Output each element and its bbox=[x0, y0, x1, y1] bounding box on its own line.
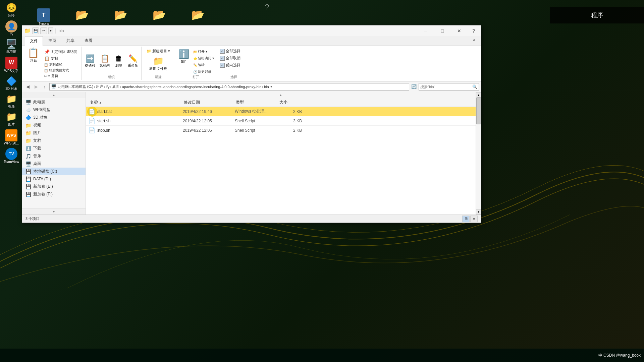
sidebar-item-wps-cloud[interactable]: ☁️ WPS网盘 bbox=[22, 106, 86, 114]
address-segment-1[interactable]: 此电脑 bbox=[58, 84, 69, 89]
desktop-icon-headache[interactable]: 😣 头疼 bbox=[1, 1, 22, 19]
sidebar-item-local-c[interactable]: 💾 本地磁盘 (C:) bbox=[22, 168, 86, 175]
nav-back-button[interactable]: ◀ bbox=[24, 83, 32, 90]
nav-up-button[interactable]: ↑ bbox=[41, 83, 48, 90]
qa-dropdown-btn[interactable]: ▾ bbox=[48, 27, 53, 34]
properties-button[interactable]: ℹ️ 属性 bbox=[176, 48, 191, 65]
address-segment-4[interactable]: lfy bbox=[106, 85, 109, 89]
desktop-icon-wps2[interactable]: WPS WPS 20... bbox=[1, 128, 22, 146]
file-icon-stopsh: 📄 bbox=[89, 127, 95, 133]
minimize-button[interactable]: ─ bbox=[418, 26, 433, 36]
vscrollbar-thumb[interactable] bbox=[476, 98, 481, 124]
invert-selection-button[interactable]: ✓ 反向选择 bbox=[218, 62, 242, 68]
move-to-button[interactable]: ➡️ 移动到 bbox=[83, 53, 97, 69]
file-row-stopsh[interactable]: 📄 stop.sh 2019/4/22 12:05 Shell Script 2… bbox=[86, 126, 476, 135]
file-icon-startbat: 📄 bbox=[89, 108, 95, 115]
desktop-icon-video[interactable]: 📁 视频 bbox=[1, 93, 22, 110]
sidebar-scroll-down[interactable]: ▼ bbox=[22, 208, 86, 215]
desktop-icon-wps[interactable]: W WPS文字 bbox=[1, 55, 22, 75]
file-row-startsh[interactable]: 📄 start.sh 2019/4/22 12:05 Shell Script … bbox=[86, 116, 476, 126]
new-item-button[interactable]: 📁 新建项目 ▾ bbox=[145, 48, 172, 54]
address-segment-6[interactable]: apache-shardingsphere bbox=[122, 85, 161, 89]
desktop-icon-folder1[interactable]: 📂 bbox=[72, 8, 92, 21]
sidebar-item-vol-f[interactable]: 💾 新加卷 (F:) bbox=[22, 190, 86, 198]
file-list-empty-area[interactable] bbox=[86, 135, 476, 215]
delete-button[interactable]: 🗑 删除 bbox=[112, 53, 125, 69]
vscrollbar-up-btn[interactable]: ▲ bbox=[476, 92, 481, 98]
status-bar: 3 个项目 ⊞ ≡ bbox=[22, 215, 481, 223]
tab-file[interactable]: 文件 bbox=[25, 36, 43, 46]
desktop-icon-picture[interactable]: 📁 图片 bbox=[1, 110, 22, 128]
sidebar-item-music[interactable]: 🎵 音乐 bbox=[22, 152, 86, 160]
close-button[interactable]: ✕ bbox=[451, 26, 467, 36]
qa-save-btn[interactable]: 💾 bbox=[32, 27, 39, 34]
address-segment-7[interactable]: apache-shardingsphere-incubating-4.0.0-s… bbox=[163, 85, 261, 89]
help-button[interactable]: ? bbox=[468, 26, 479, 36]
col-header-type[interactable]: 类型 bbox=[234, 99, 278, 106]
address-segment-5[interactable]: 桌面 bbox=[112, 84, 119, 89]
ribbon-group-select: ✓ 全部选择 ✓ 全部取消 ✓ 反向选择 选择 bbox=[217, 47, 251, 80]
copy-to-button[interactable]: 📋 复制到 bbox=[98, 53, 112, 69]
nav-forward-button[interactable]: ▶ bbox=[33, 83, 40, 90]
edit-button[interactable]: ✏️编辑 bbox=[192, 62, 215, 68]
maximize-button[interactable]: □ bbox=[435, 26, 450, 36]
address-segment-3[interactable]: 用户 bbox=[96, 84, 103, 89]
select-none-button[interactable]: ✓ 全部取消 bbox=[218, 55, 242, 61]
desktop-icon-folder4[interactable]: 📂 bbox=[188, 8, 208, 21]
desktop-icon-teamviewer[interactable]: TV TeamView bbox=[1, 146, 22, 165]
vscrollbar-down-btn[interactable]: ▼ bbox=[476, 209, 481, 215]
search-box[interactable]: 🔍 bbox=[419, 83, 479, 90]
vscrollbar-track[interactable] bbox=[476, 98, 481, 209]
file-list-scroll-up[interactable]: ▲ bbox=[86, 92, 476, 98]
column-headers: 名称 ▲ 修改日期 类型 大小 bbox=[86, 98, 476, 107]
desktop-icon-folder3[interactable]: 📂 bbox=[149, 8, 169, 21]
file-row-startbat[interactable]: 📄 start.bat 2019/4/22 19:46 Windows 批处理.… bbox=[86, 107, 476, 116]
desktop-icon-computer[interactable]: 🖥️ 此电脑 bbox=[1, 38, 22, 55]
desktop-left-icons: 😣 头疼 👤 lfy 🖥️ 此电脑 W WPS文字 🔷 3D 对象 📁 视频 📁… bbox=[0, 0, 23, 165]
paste-shortcut-button[interactable]: 📋粘贴快捷方式 bbox=[43, 68, 79, 73]
new-folder-button[interactable]: 📁 新建 文件夹 bbox=[147, 55, 169, 72]
qa-undo-btn[interactable]: ↩ bbox=[40, 27, 47, 34]
sidebar-item-video[interactable]: 📁 视频 bbox=[22, 121, 86, 129]
copy-path-button[interactable]: 📋复制路径 bbox=[43, 62, 79, 67]
paste-button[interactable]: 📋 粘贴 bbox=[25, 47, 41, 64]
copy-button[interactable]: 📋 复制 bbox=[43, 55, 79, 62]
vscrollbar[interactable]: ▲ ▼ bbox=[476, 92, 481, 215]
desktop-icon-folder2[interactable]: 📂 bbox=[111, 8, 131, 21]
history-button[interactable]: 🕐历史记录 bbox=[192, 69, 215, 75]
select-label: 选择 bbox=[218, 75, 249, 79]
search-input[interactable] bbox=[420, 85, 471, 89]
refresh-button[interactable]: 🔄 bbox=[410, 83, 418, 90]
sidebar-scroll-up[interactable]: ▲ bbox=[22, 92, 86, 98]
sidebar-item-computer[interactable]: 🖥️ 此电脑 bbox=[22, 98, 86, 106]
open-button[interactable]: 📂打开 ▾ bbox=[192, 49, 215, 55]
address-segment-8[interactable]: bin bbox=[264, 85, 269, 89]
view-btn-list[interactable]: ≡ bbox=[470, 216, 478, 222]
address-segment-2[interactable]: 本地磁盘 (C:) bbox=[71, 84, 93, 89]
col-header-date[interactable]: 修改日期 bbox=[182, 99, 234, 106]
sidebar-item-download[interactable]: ⬇️ 下载 bbox=[22, 144, 86, 152]
cut-button[interactable]: ✂✂ 剪切 bbox=[43, 73, 79, 79]
sidebar-item-data-d[interactable]: 💾 DATA (D:) bbox=[22, 175, 86, 183]
easy-access-button[interactable]: ⭐轻松访问 ▾ bbox=[192, 55, 215, 61]
pin-button[interactable]: 📌 固定到快 速访问 bbox=[43, 49, 79, 55]
sidebar-item-document[interactable]: 📁 文档 bbox=[22, 137, 86, 144]
sidebar-item-picture[interactable]: 📁 图片 bbox=[22, 129, 86, 137]
select-all-button[interactable]: ✓ 全部选择 bbox=[218, 48, 242, 54]
desktop-icon-3d[interactable]: 🔷 3D 对象 bbox=[1, 75, 22, 93]
col-header-size[interactable]: 大小 bbox=[278, 99, 302, 106]
ribbon-collapse-btn[interactable]: ∧ bbox=[470, 36, 478, 46]
tab-share[interactable]: 共享 bbox=[62, 36, 79, 46]
address-box[interactable]: 🖥️ 此电脑 › 本地磁盘 (C:) › 用户 › lfy › 桌面 › apa… bbox=[49, 83, 409, 90]
col-header-name[interactable]: 名称 ▲ bbox=[89, 99, 182, 106]
view-btn-grid[interactable]: ⊞ bbox=[462, 216, 470, 222]
tab-home[interactable]: 主页 bbox=[44, 36, 61, 46]
sidebar-item-vol-e[interactable]: 💾 新加卷 (E:) bbox=[22, 183, 86, 190]
desktop-icon-lfy[interactable]: 👤 lfy bbox=[1, 19, 22, 38]
tab-view[interactable]: 查看 bbox=[80, 36, 97, 46]
sidebar-item-desktop[interactable]: 🖥️ 桌面 bbox=[22, 160, 86, 168]
desktop-icon-typora[interactable]: T Typora bbox=[34, 8, 54, 25]
rename-button[interactable]: ✏️ 重命名 bbox=[126, 53, 140, 69]
quick-access-icon: 📁 bbox=[24, 27, 31, 34]
sidebar-item-3d[interactable]: 🔷 3D 对象 bbox=[22, 114, 86, 121]
